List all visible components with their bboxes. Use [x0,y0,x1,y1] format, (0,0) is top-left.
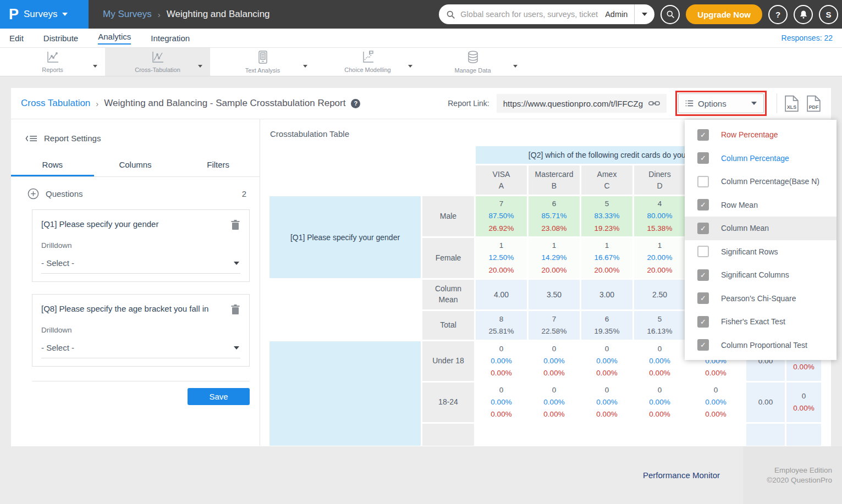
footer: Performance Monitor Employee Edition ©20… [0,446,842,504]
checkbox-unchecked-icon[interactable] [697,246,709,257]
drilldown-label: Drilldown [41,241,240,250]
settings-tab-columns[interactable]: Columns [94,154,177,176]
ribbon-tab-manage-data[interactable]: Manage Data [420,48,525,76]
nav-item-distribute[interactable]: Distribute [43,29,78,47]
collapse-panel-icon[interactable] [25,134,37,143]
mean-cell: 3.00 [581,280,632,309]
row-category: ColumnMean [422,280,474,309]
export-xls-button[interactable]: XLS [784,95,799,112]
report-settings-title: Report Settings [44,134,101,143]
data-cell: 00.00%0.00% [529,341,580,381]
question-card-2: [Q8] Please specify the age bracket you … [32,294,250,367]
link-icon[interactable] [648,99,660,107]
chevron-down-icon[interactable] [513,60,518,70]
mean-cell: 3.50 [529,280,580,309]
checkbox-checked-icon[interactable]: ✓ [697,152,709,164]
total-row-cell: 825.81% [476,311,527,340]
nav-item-analytics[interactable]: Analytics [98,29,131,47]
option-column-percentage-base-n[interactable]: Column Percentage(Base N) [685,170,837,193]
report-link-url[interactable]: https://www.questionpro.com/t/lFFCZg [497,94,667,113]
option-label: Significant Rows [721,247,778,256]
nav-item-integration[interactable]: Integration [151,29,190,47]
delete-question-icon[interactable] [230,219,240,230]
total-row-cell: 722.58% [529,311,580,340]
save-button[interactable]: Save [188,388,250,405]
options-button[interactable]: Options [678,93,764,113]
checkbox-checked-icon[interactable]: ✓ [697,339,709,351]
option-column-proportional-test[interactable]: ✓Column Proportional Test [685,334,837,357]
chevron-down-icon [234,262,239,265]
checkbox-checked-icon[interactable]: ✓ [697,316,709,328]
upgrade-now-button[interactable]: Upgrade Now [686,4,762,24]
questionpro-logo: P [9,7,19,22]
chevron-down-icon[interactable] [303,60,307,70]
checkbox-checked-icon[interactable]: ✓ [697,269,709,281]
chevron-down-icon[interactable] [198,60,202,70]
option-row-percentage[interactable]: ✓Row Percentage [685,123,837,147]
ribbon-tab-reports[interactable]: Reports [0,48,105,76]
cross-tabulation-link[interactable]: Cross Tabulation [21,98,90,109]
add-questions-icon[interactable] [27,188,39,200]
report-title: Weighting and Balancing - Sample Crossta… [104,98,345,109]
account-avatar[interactable]: S [819,5,838,24]
card-column-header: VISAA [476,165,527,195]
search-input[interactable] [455,10,598,19]
option-column-mean[interactable]: ✓Column Mean [685,217,837,240]
checkbox-checked-icon[interactable]: ✓ [697,223,709,234]
option-significant-rows[interactable]: Significant Rows [685,240,837,264]
help-icon[interactable]: ? [351,99,360,108]
data-cell: 00.00%0.00% [476,341,527,381]
search-scope[interactable]: Admin [598,10,634,19]
settings-tab-filters[interactable]: Filters [177,154,260,176]
data-cell: 112.50%20.00% [476,238,527,278]
checkbox-checked-icon[interactable]: ✓ [697,199,709,211]
total-row-cell: 516.13% [634,311,685,340]
breadcrumb-separator: › [158,10,161,19]
data-cell: 00.00%0.00% [634,341,685,381]
breadcrumb-my-surveys[interactable]: My Surveys [103,9,152,20]
option-label: Column Mean [721,224,769,232]
settings-tab-rows[interactable]: Rows [11,154,94,176]
data-cell: 583.33%19.23% [581,196,632,236]
option-significant-columns[interactable]: ✓Significant Columns [685,263,837,287]
performance-monitor-link[interactable]: Performance Monitor [643,470,720,480]
data-cell: 00.00%0.00% [476,383,527,422]
chevron-down-icon[interactable] [408,60,412,70]
drilldown-select[interactable]: - Select - [41,252,240,274]
drilldown-select[interactable]: - Select - [41,336,240,358]
notifications-button[interactable] [794,5,813,24]
chevron-down-icon[interactable] [93,60,97,70]
data-cell [634,424,685,446]
search-icon [666,10,675,19]
report-link-label: Report Link: [448,99,489,108]
data-cell: 116.67%20.00% [581,238,632,278]
option-fisher-s-exact-test[interactable]: ✓Fisher's Exact Test [685,310,837,334]
data-cell: 480.00%15.38% [634,196,685,236]
delete-question-icon[interactable] [230,304,240,315]
responses-count: Responses: 22 [782,34,833,42]
nav-item-edit[interactable]: Edit [9,29,24,47]
search-scope-dropdown[interactable] [635,4,654,24]
option-pearson-s-chi-square[interactable]: ✓Pearson's Chi-Square [685,287,837,311]
mean-cell: 4.00 [476,280,527,309]
separator: › [96,99,98,108]
drilldown-label: Drilldown [41,326,240,334]
svg-text:XLS: XLS [787,104,796,109]
product-switcher[interactable]: P Surveys [0,0,89,29]
option-row-mean[interactable]: ✓Row Mean [685,193,837,217]
checkbox-unchecked-icon[interactable] [697,176,709,187]
search-button[interactable] [661,5,680,24]
checkbox-checked-icon[interactable]: ✓ [697,129,709,141]
ribbon-tab-text-analysis[interactable]: Text Analysis [210,48,315,76]
option-column-percentage[interactable]: ✓Column Percentage [685,147,837,170]
checkbox-checked-icon[interactable]: ✓ [697,292,709,304]
ribbon-tab-cross-tabulation[interactable]: Cross-Tabulation [105,48,210,76]
question-card-1: [Q1] Please specify your genderDrilldown… [32,209,250,282]
ribbon-tab-choice-modelling[interactable]: Choice Modelling [315,48,420,76]
list-icon [685,99,694,107]
data-cell: 00.00%0.00% [634,383,685,422]
help-button[interactable]: ? [768,5,788,24]
option-label: Column Percentage(Base N) [721,177,819,186]
export-pdf-button[interactable]: PDF [806,95,821,112]
total-row-cell: 619.35% [581,311,632,340]
